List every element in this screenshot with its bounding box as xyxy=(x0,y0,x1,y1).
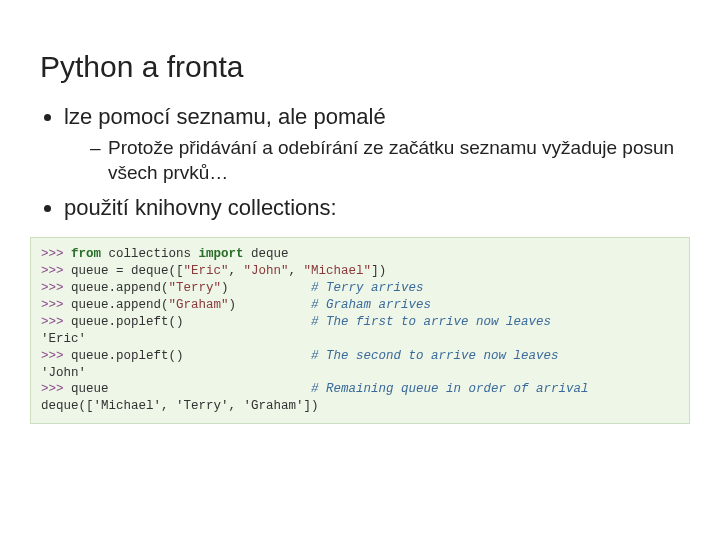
prompt: >>> xyxy=(41,315,64,329)
kw-import: import xyxy=(199,247,244,261)
comment: # Terry arrives xyxy=(311,281,424,295)
comment: # The first to arrive now leaves xyxy=(311,315,551,329)
string: "John" xyxy=(244,264,289,278)
comment: # The second to arrive now leaves xyxy=(311,349,559,363)
code-text: queue.popleft() xyxy=(64,315,312,329)
code-text: , xyxy=(229,264,244,278)
code-text: queue.append( xyxy=(64,281,169,295)
string: "Terry" xyxy=(169,281,222,295)
comment: # Remaining queue in order of arrival xyxy=(311,382,589,396)
prompt: >>> xyxy=(41,264,64,278)
bullet-list: lze pomocí seznamu, ale pomalé Protože p… xyxy=(64,104,680,221)
comment: # Graham arrives xyxy=(311,298,431,312)
bullet-2: použití knihovny collections: xyxy=(64,195,680,221)
slide-title: Python a fronta xyxy=(40,50,680,84)
code-text: queue.append( xyxy=(64,298,169,312)
string: "Graham" xyxy=(169,298,229,312)
bullet-1: lze pomocí seznamu, ale pomalé Protože p… xyxy=(64,104,680,185)
code-output: deque(['Michael', 'Terry', 'Graham']) xyxy=(41,399,319,413)
code-output: 'John' xyxy=(41,366,86,380)
code-text: queue = deque([ xyxy=(64,264,184,278)
code-block: >>> from collections import deque >>> qu… xyxy=(30,237,690,424)
prompt: >>> xyxy=(41,382,64,396)
code-output: 'Eric' xyxy=(41,332,86,346)
kw-from: from xyxy=(71,247,101,261)
sub-bullet-list: Protože přidávání a odebírání ze začátku… xyxy=(90,136,680,185)
prompt: >>> xyxy=(41,247,64,261)
sub-bullet-1: Protože přidávání a odebírání ze začátku… xyxy=(90,136,680,185)
prompt: >>> xyxy=(41,298,64,312)
string: "Michael" xyxy=(304,264,372,278)
code-text: queue xyxy=(64,382,312,396)
bullet-1-text: lze pomocí seznamu, ale pomalé xyxy=(64,104,386,129)
code-text: ) xyxy=(229,298,312,312)
code-text: deque xyxy=(244,247,289,261)
code-text: queue.popleft() xyxy=(64,349,312,363)
code-text: ]) xyxy=(371,264,386,278)
code-text: ) xyxy=(221,281,311,295)
prompt: >>> xyxy=(41,281,64,295)
string: "Eric" xyxy=(184,264,229,278)
prompt: >>> xyxy=(41,349,64,363)
code-text: , xyxy=(289,264,304,278)
slide: Python a fronta lze pomocí seznamu, ale … xyxy=(0,0,720,540)
code-text: collections xyxy=(101,247,199,261)
